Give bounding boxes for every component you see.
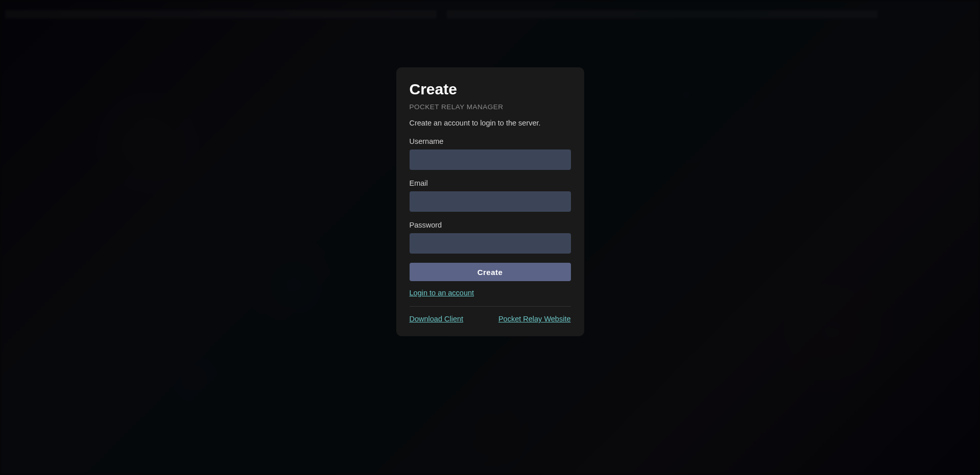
modal-description: Create an account to login to the server…	[410, 118, 571, 128]
email-input[interactable]	[410, 191, 571, 212]
email-group: Email	[410, 179, 571, 212]
password-label: Password	[410, 221, 571, 229]
modal-subtitle: POCKET RELAY MANAGER	[410, 103, 571, 111]
website-link[interactable]: Pocket Relay Website	[498, 315, 571, 323]
username-label: Username	[410, 137, 571, 145]
email-label: Email	[410, 179, 571, 187]
username-group: Username	[410, 137, 571, 170]
username-input[interactable]	[410, 149, 571, 170]
password-input[interactable]	[410, 233, 571, 254]
divider	[410, 306, 571, 307]
login-link[interactable]: Login to an account	[410, 289, 474, 297]
password-group: Password	[410, 221, 571, 254]
create-account-modal: Create POCKET RELAY MANAGER Create an ac…	[396, 67, 584, 336]
footer-links: Download Client Pocket Relay Website	[410, 315, 571, 323]
create-button[interactable]: Create	[410, 263, 571, 281]
modal-title: Create	[410, 81, 571, 98]
download-client-link[interactable]: Download Client	[410, 315, 464, 323]
